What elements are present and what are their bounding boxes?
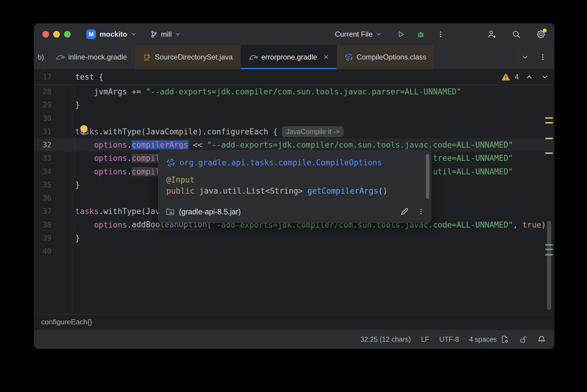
code-text: jvmArgs += "--add-exports=jdk.compiler/c… — [72, 85, 461, 98]
code-line[interactable]: 31tasks.withType(JavaCompile).configureE… — [34, 125, 554, 138]
intention-lightbulb-icon[interactable] — [79, 124, 89, 136]
close-window-button[interactable] — [42, 31, 49, 38]
file-encoding[interactable]: UTF-8 — [439, 335, 459, 344]
project-icon: M — [86, 29, 96, 39]
code-with-me-button[interactable] — [486, 28, 498, 40]
popup-scrollbar[interactable] — [426, 154, 429, 199]
tab-inline-mock-gradle[interactable]: inline-mock.gradle — [48, 45, 135, 69]
line-number[interactable]: 28 — [34, 87, 72, 96]
more-actions-button[interactable] — [435, 28, 447, 40]
java-icon — [143, 53, 151, 61]
code-line[interactable]: 40 — [34, 245, 554, 258]
code-segment: options — [94, 167, 127, 176]
line-separator[interactable]: LF — [421, 335, 429, 344]
tab-options-kebab-icon[interactable] — [539, 54, 546, 61]
code-segment: . — [127, 154, 132, 163]
warning-stripe-mark[interactable] — [545, 117, 553, 119]
search-everywhere-button[interactable] — [510, 28, 522, 40]
git-branch-icon — [150, 30, 158, 38]
sticky-line[interactable]: 17test { 4 — [34, 69, 554, 85]
line-number[interactable]: 32 — [34, 141, 72, 149]
notifications-bell-icon[interactable] — [537, 335, 546, 344]
chevron-down-icon — [175, 31, 181, 37]
tab-label: errorprone.gradle — [261, 53, 317, 61]
change-stripe-mark[interactable] — [545, 249, 553, 250]
inlay-hint[interactable]: JavaCompile it -> — [282, 126, 344, 137]
inspections-widget[interactable]: 4 — [502, 69, 549, 85]
tab-label: b) — [38, 53, 44, 61]
run-button[interactable] — [395, 28, 407, 40]
tab-list-chevron-icon[interactable] — [521, 53, 529, 61]
caret-position[interactable]: 32:25 (12 chars) — [360, 335, 410, 344]
code-text — [72, 245, 75, 258]
line-number[interactable]: 33 — [34, 154, 72, 162]
method-name[interactable]: getCompilerArgs — [308, 186, 378, 195]
tab-truncated[interactable]: b) — [34, 45, 48, 69]
popup-kebab-menu-icon[interactable] — [418, 208, 424, 215]
settings-button[interactable] — [535, 28, 547, 40]
code-segment: .withType(JavaCompile).configureEach { — [99, 127, 278, 136]
class-icon: C — [345, 53, 353, 61]
code-line[interactable]: 28 jvmArgs += "--add-exports=jdk.compile… — [34, 85, 554, 98]
line-number[interactable]: 40 — [34, 247, 72, 256]
line-number[interactable]: 17 — [34, 73, 72, 81]
line-number[interactable]: 35 — [34, 181, 72, 189]
code-text: } — [72, 231, 80, 245]
code-line[interactable]: 30 — [34, 112, 554, 125]
indent-style[interactable]: 4 spaces — [469, 335, 497, 344]
code-line[interactable]: 29} — [34, 98, 554, 112]
debug-button[interactable] — [415, 28, 427, 40]
class-icon: C — [166, 158, 175, 167]
line-number[interactable]: 30 — [34, 114, 72, 123]
kebab-menu-icon — [437, 31, 444, 38]
line-number[interactable]: 29 — [34, 101, 72, 109]
change-stripe-mark[interactable] — [545, 244, 553, 246]
code-style-file-gear-icon[interactable] — [500, 335, 509, 344]
code-line[interactable]: 32 options.compilerArgs << "--add-export… — [34, 138, 554, 152]
svg-text:C: C — [169, 160, 172, 165]
code-text: test { — [72, 69, 103, 85]
window-controls — [42, 31, 71, 38]
minimize-window-button[interactable] — [53, 31, 60, 38]
warning-stripe-mark[interactable] — [545, 122, 553, 124]
ide-window: M mockito mill Current File — [34, 23, 554, 349]
line-number[interactable]: 31 — [34, 127, 72, 136]
line-number[interactable]: 34 — [34, 167, 72, 176]
project-name: mockito — [100, 30, 127, 38]
change-stripe-mark[interactable] — [545, 254, 553, 256]
method-signature: public java.util.List<String> getCompile… — [166, 185, 423, 197]
editor-scrollbar-thumb[interactable] — [547, 221, 551, 310]
code-segment — [75, 154, 94, 163]
line-number[interactable]: 37 — [34, 207, 72, 216]
tab-compileoptions-class[interactable]: C CompileOptions.class — [337, 45, 435, 69]
code-segment: "--add-exports=jdk.compiler/com.sun.tool… — [207, 140, 513, 149]
sticky-code-line[interactable]: 17test { — [34, 69, 554, 85]
code-text: tasks.withType(JavaCompile).configureEac… — [72, 125, 344, 138]
next-problem-chevron-down-icon[interactable] — [541, 73, 549, 81]
tab-sourcedirectoryset-java[interactable]: SourceDirectorySet.java — [135, 45, 241, 69]
code-segment: options — [94, 140, 127, 149]
documentation-popup: C org.gradle.api.tasks.compile.CompileOp… — [158, 151, 431, 223]
warning-stripe-mark[interactable] — [545, 152, 553, 154]
lock-open-icon[interactable] — [519, 335, 527, 344]
previous-problem-chevron-up-icon[interactable] — [525, 73, 533, 81]
svg-text:C: C — [347, 55, 350, 60]
line-number[interactable]: 38 — [34, 221, 72, 229]
line-number[interactable]: 39 — [34, 234, 72, 242]
tab-errorprone-gradle[interactable]: errorprone.gradle × — [241, 45, 337, 69]
code-segment: test { — [75, 72, 103, 81]
breadcrumb[interactable]: configureEach{} — [41, 318, 92, 326]
line-number[interactable]: 36 — [34, 194, 72, 202]
run-configuration-selector[interactable]: Current File — [335, 30, 382, 38]
return-type: java.util.List<String> — [199, 186, 308, 195]
jar-source-label: (gradle-api-8.5.jar) — [179, 207, 241, 216]
warning-stripe-mark[interactable] — [545, 138, 553, 139]
project-widget[interactable]: M mockito — [86, 29, 137, 39]
tab-label: CompileOptions.class — [357, 53, 426, 61]
edit-pencil-icon[interactable] — [400, 207, 409, 216]
class-fqn[interactable]: org.gradle.api.tasks.compile.CompileOpti… — [180, 158, 382, 167]
code-line[interactable]: 39} — [34, 231, 554, 245]
close-tab-icon[interactable]: × — [324, 54, 328, 60]
vcs-branch-widget[interactable]: mill — [150, 30, 181, 38]
zoom-window-button[interactable] — [64, 31, 71, 38]
